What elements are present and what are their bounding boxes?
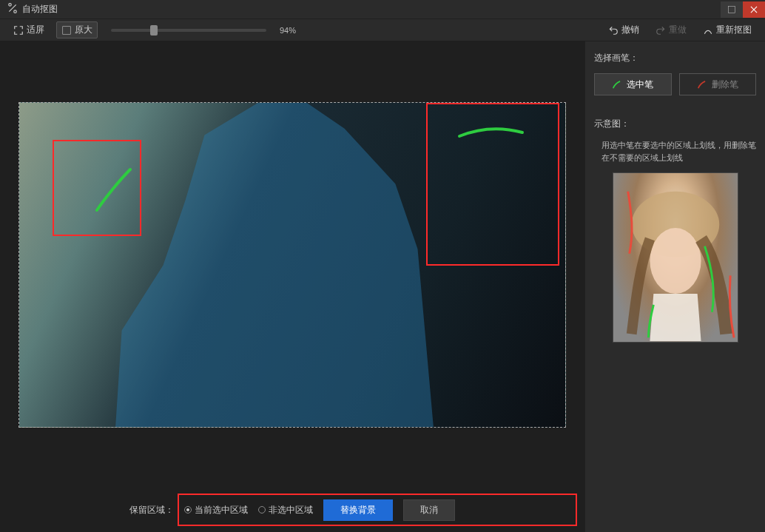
replace-background-button[interactable]: 替换背景 <box>323 499 393 521</box>
undo-button[interactable]: 撤销 <box>604 22 644 38</box>
zoom-slider[interactable] <box>111 29 266 32</box>
window-title: 自动抠图 <box>22 3 58 16</box>
redo-label: 重做 <box>669 24 687 36</box>
brush-icon <box>697 79 707 90</box>
cancel-label: 取消 <box>420 505 438 515</box>
cutout-icon <box>7 3 18 16</box>
close-button[interactable] <box>743 1 765 18</box>
recutout-icon <box>703 25 713 36</box>
delete-brush-button[interactable]: 删除笔 <box>679 73 757 95</box>
radio-dot-icon <box>184 506 192 514</box>
svg-rect-0 <box>728 6 735 13</box>
canvas-area: 保留区域： 当前选中区域 非选中区域 替换背景 取消 <box>0 41 584 532</box>
redo-button[interactable]: 重做 <box>651 22 691 38</box>
radio-dot-icon <box>258 506 266 514</box>
cancel-button[interactable]: 取消 <box>403 499 455 521</box>
highlight-box-right <box>426 103 559 266</box>
highlight-box-left <box>53 140 141 236</box>
recutout-label: 重新抠图 <box>716 24 752 36</box>
radio-current-selected[interactable]: 当前选中区域 <box>184 504 248 516</box>
selection-mask <box>115 103 434 428</box>
undo-icon <box>608 25 619 36</box>
recutout-button[interactable]: 重新抠图 <box>698 22 756 38</box>
fit-screen-button[interactable]: 适屏 <box>9 22 49 38</box>
radio-current-label: 当前选中区域 <box>195 504 248 516</box>
radio-unselected-area[interactable]: 非选中区域 <box>258 504 313 516</box>
minimize-button[interactable] <box>721 1 743 18</box>
original-size-button[interactable]: 原大 <box>56 21 98 38</box>
keep-area-label: 保留区域： <box>129 504 174 516</box>
zoom-value: 94% <box>280 26 309 35</box>
svg-rect-1 <box>63 26 71 34</box>
select-brush-label: 选中笔 <box>627 78 653 91</box>
hint-text: 用选中笔在要选中的区域上划线，用删除笔在不需要的区域上划线 <box>601 139 756 164</box>
undo-label: 撤销 <box>621 24 639 36</box>
svg-point-3 <box>650 228 701 294</box>
image-canvas[interactable] <box>18 102 566 428</box>
side-panel: 选择画笔： 选中笔 删除笔 示意图： 用选中笔在要选中的区域上划线，用删除笔在不… <box>584 41 765 532</box>
original-icon <box>61 25 72 36</box>
radio-unselected-label: 非选中区域 <box>269 504 313 516</box>
example-heading: 示意图： <box>594 118 756 130</box>
bottom-bar: 保留区域： 当前选中区域 非选中区域 替换背景 取消 <box>0 488 584 532</box>
brush-heading: 选择画笔： <box>594 52 756 64</box>
delete-brush-label: 删除笔 <box>712 78 738 91</box>
fit-label: 适屏 <box>27 24 44 36</box>
example-image <box>613 172 738 343</box>
select-brush-button[interactable]: 选中笔 <box>594 73 672 95</box>
replace-bg-label: 替换背景 <box>340 505 376 515</box>
redo-icon <box>656 25 666 36</box>
fit-icon <box>13 25 24 36</box>
brush-icon <box>612 79 622 90</box>
zoom-thumb[interactable] <box>150 25 158 36</box>
original-label: 原大 <box>75 24 92 36</box>
